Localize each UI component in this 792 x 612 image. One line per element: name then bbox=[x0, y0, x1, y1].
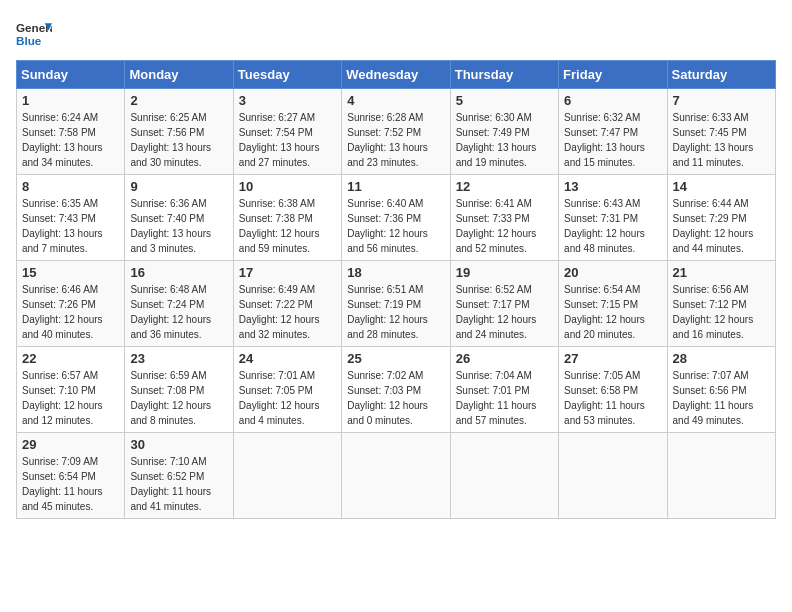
svg-text:Blue: Blue bbox=[16, 34, 42, 47]
day-number: 23 bbox=[130, 351, 227, 366]
day-cell: 21Sunrise: 6:56 AMSunset: 7:12 PMDayligh… bbox=[667, 261, 775, 347]
day-cell: 7Sunrise: 6:33 AMSunset: 7:45 PMDaylight… bbox=[667, 89, 775, 175]
day-cell: 5Sunrise: 6:30 AMSunset: 7:49 PMDaylight… bbox=[450, 89, 558, 175]
day-number: 16 bbox=[130, 265, 227, 280]
day-cell: 25Sunrise: 7:02 AMSunset: 7:03 PMDayligh… bbox=[342, 347, 450, 433]
day-info: Sunrise: 6:36 AMSunset: 7:40 PMDaylight:… bbox=[130, 196, 227, 256]
day-info: Sunrise: 7:05 AMSunset: 6:58 PMDaylight:… bbox=[564, 368, 661, 428]
day-number: 11 bbox=[347, 179, 444, 194]
day-number: 21 bbox=[673, 265, 770, 280]
day-number: 14 bbox=[673, 179, 770, 194]
day-info: Sunrise: 6:25 AMSunset: 7:56 PMDaylight:… bbox=[130, 110, 227, 170]
day-cell: 30Sunrise: 7:10 AMSunset: 6:52 PMDayligh… bbox=[125, 433, 233, 519]
day-info: Sunrise: 6:44 AMSunset: 7:29 PMDaylight:… bbox=[673, 196, 770, 256]
day-number: 18 bbox=[347, 265, 444, 280]
day-info: Sunrise: 7:09 AMSunset: 6:54 PMDaylight:… bbox=[22, 454, 119, 514]
day-info: Sunrise: 7:01 AMSunset: 7:05 PMDaylight:… bbox=[239, 368, 336, 428]
day-cell: 28Sunrise: 7:07 AMSunset: 6:56 PMDayligh… bbox=[667, 347, 775, 433]
day-number: 3 bbox=[239, 93, 336, 108]
day-number: 9 bbox=[130, 179, 227, 194]
day-cell: 23Sunrise: 6:59 AMSunset: 7:08 PMDayligh… bbox=[125, 347, 233, 433]
day-cell: 12Sunrise: 6:41 AMSunset: 7:33 PMDayligh… bbox=[450, 175, 558, 261]
day-cell bbox=[559, 433, 667, 519]
calendar-header-row: SundayMondayTuesdayWednesdayThursdayFrid… bbox=[17, 61, 776, 89]
day-number: 29 bbox=[22, 437, 119, 452]
day-info: Sunrise: 6:43 AMSunset: 7:31 PMDaylight:… bbox=[564, 196, 661, 256]
day-info: Sunrise: 6:59 AMSunset: 7:08 PMDaylight:… bbox=[130, 368, 227, 428]
day-cell: 22Sunrise: 6:57 AMSunset: 7:10 PMDayligh… bbox=[17, 347, 125, 433]
week-row-1: 1Sunrise: 6:24 AMSunset: 7:58 PMDaylight… bbox=[17, 89, 776, 175]
day-number: 7 bbox=[673, 93, 770, 108]
day-cell: 1Sunrise: 6:24 AMSunset: 7:58 PMDaylight… bbox=[17, 89, 125, 175]
day-cell: 4Sunrise: 6:28 AMSunset: 7:52 PMDaylight… bbox=[342, 89, 450, 175]
col-header-saturday: Saturday bbox=[667, 61, 775, 89]
day-number: 1 bbox=[22, 93, 119, 108]
day-info: Sunrise: 6:30 AMSunset: 7:49 PMDaylight:… bbox=[456, 110, 553, 170]
day-info: Sunrise: 6:28 AMSunset: 7:52 PMDaylight:… bbox=[347, 110, 444, 170]
day-cell: 13Sunrise: 6:43 AMSunset: 7:31 PMDayligh… bbox=[559, 175, 667, 261]
day-cell: 9Sunrise: 6:36 AMSunset: 7:40 PMDaylight… bbox=[125, 175, 233, 261]
day-cell: 14Sunrise: 6:44 AMSunset: 7:29 PMDayligh… bbox=[667, 175, 775, 261]
day-number: 10 bbox=[239, 179, 336, 194]
week-row-4: 22Sunrise: 6:57 AMSunset: 7:10 PMDayligh… bbox=[17, 347, 776, 433]
day-number: 24 bbox=[239, 351, 336, 366]
day-number: 19 bbox=[456, 265, 553, 280]
col-header-wednesday: Wednesday bbox=[342, 61, 450, 89]
day-info: Sunrise: 6:32 AMSunset: 7:47 PMDaylight:… bbox=[564, 110, 661, 170]
day-info: Sunrise: 6:33 AMSunset: 7:45 PMDaylight:… bbox=[673, 110, 770, 170]
week-row-3: 15Sunrise: 6:46 AMSunset: 7:26 PMDayligh… bbox=[17, 261, 776, 347]
day-number: 20 bbox=[564, 265, 661, 280]
day-number: 22 bbox=[22, 351, 119, 366]
day-cell: 26Sunrise: 7:04 AMSunset: 7:01 PMDayligh… bbox=[450, 347, 558, 433]
day-info: Sunrise: 6:57 AMSunset: 7:10 PMDaylight:… bbox=[22, 368, 119, 428]
day-number: 4 bbox=[347, 93, 444, 108]
day-cell: 29Sunrise: 7:09 AMSunset: 6:54 PMDayligh… bbox=[17, 433, 125, 519]
day-info: Sunrise: 7:07 AMSunset: 6:56 PMDaylight:… bbox=[673, 368, 770, 428]
day-info: Sunrise: 6:49 AMSunset: 7:22 PMDaylight:… bbox=[239, 282, 336, 342]
logo: General Blue bbox=[16, 16, 52, 52]
day-info: Sunrise: 6:41 AMSunset: 7:33 PMDaylight:… bbox=[456, 196, 553, 256]
col-header-sunday: Sunday bbox=[17, 61, 125, 89]
day-cell: 19Sunrise: 6:52 AMSunset: 7:17 PMDayligh… bbox=[450, 261, 558, 347]
day-cell: 11Sunrise: 6:40 AMSunset: 7:36 PMDayligh… bbox=[342, 175, 450, 261]
day-cell: 6Sunrise: 6:32 AMSunset: 7:47 PMDaylight… bbox=[559, 89, 667, 175]
day-cell: 18Sunrise: 6:51 AMSunset: 7:19 PMDayligh… bbox=[342, 261, 450, 347]
col-header-tuesday: Tuesday bbox=[233, 61, 341, 89]
day-cell bbox=[667, 433, 775, 519]
day-info: Sunrise: 6:52 AMSunset: 7:17 PMDaylight:… bbox=[456, 282, 553, 342]
day-info: Sunrise: 6:51 AMSunset: 7:19 PMDaylight:… bbox=[347, 282, 444, 342]
day-cell: 16Sunrise: 6:48 AMSunset: 7:24 PMDayligh… bbox=[125, 261, 233, 347]
day-cell bbox=[450, 433, 558, 519]
day-info: Sunrise: 7:04 AMSunset: 7:01 PMDaylight:… bbox=[456, 368, 553, 428]
day-cell: 15Sunrise: 6:46 AMSunset: 7:26 PMDayligh… bbox=[17, 261, 125, 347]
day-info: Sunrise: 7:10 AMSunset: 6:52 PMDaylight:… bbox=[130, 454, 227, 514]
week-row-5: 29Sunrise: 7:09 AMSunset: 6:54 PMDayligh… bbox=[17, 433, 776, 519]
day-number: 27 bbox=[564, 351, 661, 366]
day-info: Sunrise: 6:38 AMSunset: 7:38 PMDaylight:… bbox=[239, 196, 336, 256]
day-info: Sunrise: 6:27 AMSunset: 7:54 PMDaylight:… bbox=[239, 110, 336, 170]
day-cell bbox=[233, 433, 341, 519]
day-cell: 8Sunrise: 6:35 AMSunset: 7:43 PMDaylight… bbox=[17, 175, 125, 261]
day-number: 28 bbox=[673, 351, 770, 366]
col-header-monday: Monday bbox=[125, 61, 233, 89]
day-info: Sunrise: 7:02 AMSunset: 7:03 PMDaylight:… bbox=[347, 368, 444, 428]
day-number: 13 bbox=[564, 179, 661, 194]
day-info: Sunrise: 6:35 AMSunset: 7:43 PMDaylight:… bbox=[22, 196, 119, 256]
day-info: Sunrise: 6:54 AMSunset: 7:15 PMDaylight:… bbox=[564, 282, 661, 342]
day-number: 30 bbox=[130, 437, 227, 452]
day-number: 2 bbox=[130, 93, 227, 108]
logo-icon: General Blue bbox=[16, 16, 52, 52]
day-info: Sunrise: 6:40 AMSunset: 7:36 PMDaylight:… bbox=[347, 196, 444, 256]
day-number: 12 bbox=[456, 179, 553, 194]
day-cell: 20Sunrise: 6:54 AMSunset: 7:15 PMDayligh… bbox=[559, 261, 667, 347]
day-cell: 24Sunrise: 7:01 AMSunset: 7:05 PMDayligh… bbox=[233, 347, 341, 433]
day-number: 26 bbox=[456, 351, 553, 366]
day-cell: 2Sunrise: 6:25 AMSunset: 7:56 PMDaylight… bbox=[125, 89, 233, 175]
day-cell: 17Sunrise: 6:49 AMSunset: 7:22 PMDayligh… bbox=[233, 261, 341, 347]
day-number: 5 bbox=[456, 93, 553, 108]
svg-text:General: General bbox=[16, 21, 52, 34]
day-number: 15 bbox=[22, 265, 119, 280]
calendar-table: SundayMondayTuesdayWednesdayThursdayFrid… bbox=[16, 60, 776, 519]
day-number: 25 bbox=[347, 351, 444, 366]
day-cell: 3Sunrise: 6:27 AMSunset: 7:54 PMDaylight… bbox=[233, 89, 341, 175]
